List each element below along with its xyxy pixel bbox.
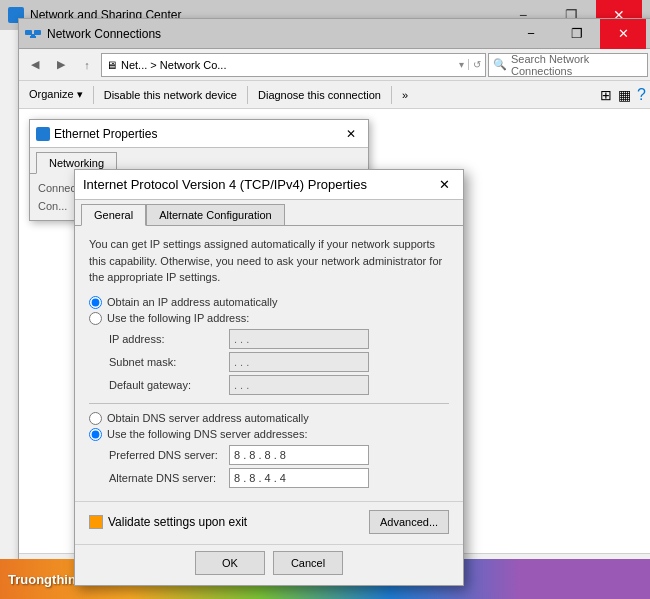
alternate-dns-row: Alternate DNS server: 8 . 8 . 4 . 4 [109,468,449,488]
manual-dns-label: Use the following DNS server addresses: [107,428,308,440]
manual-dns-row: Use the following DNS server addresses: [89,428,449,441]
eth-close-button[interactable]: ✕ [340,123,362,145]
default-gateway-value: . . . [234,379,249,391]
address-bar[interactable]: 🖥 Net... > Network Co... ▾ ↺ [101,53,486,77]
validate-label: Validate settings upon exit [108,515,247,529]
ip-address-input[interactable]: . . . [229,329,369,349]
manual-dns-radio[interactable] [89,428,102,441]
default-gateway-input[interactable]: . . . [229,375,369,395]
auto-ip-radio[interactable] [89,296,102,309]
nc-titlebar-buttons: − ❐ ✕ [508,19,646,49]
nc-close-button[interactable]: ✕ [600,19,646,49]
alternate-dns-input[interactable]: 8 . 8 . 4 . 4 [229,468,369,488]
ipv4-titlebar: Internet Protocol Version 4 (TCP/IPv4) P… [75,170,463,200]
ipv4-tab-general[interactable]: General [81,204,146,226]
alternate-dns-label: Alternate DNS server: [109,472,229,484]
dns-radio-group: Obtain DNS server address automatically … [89,412,449,441]
ok-button[interactable]: OK [195,551,265,575]
svg-rect-0 [25,30,32,35]
nc-window-icon [25,26,41,42]
cancel-button[interactable]: Cancel [273,551,343,575]
toolbar-organize[interactable]: Organize ▾ [23,86,89,103]
ip-fields-group: IP address: . . . Subnet mask: . . . Def… [109,329,449,395]
toolbar-more[interactable]: » [396,87,414,103]
nc-toolbar: Organize ▾ Disable this network device D… [19,81,650,109]
dns-fields-group: Preferred DNS server: 8 . 8 . 8 . 8 Alte… [109,445,449,488]
toolbar-separator-3 [391,86,392,104]
manual-ip-row: Use the following IP address: [89,312,449,325]
ipv4-tab-alternate[interactable]: Alternate Configuration [146,204,285,225]
auto-dns-row: Obtain DNS server address automatically [89,412,449,425]
nav-up-button[interactable]: ↑ [75,53,99,77]
nc-window: Network Connections − ❐ ✕ ◀ ▶ ↑ 🖥 Net...… [18,18,650,578]
nc-minimize-button[interactable]: − [508,19,554,49]
ipv4-tabs: General Alternate Configuration [75,200,463,226]
nc-titlebar: Network Connections − ❐ ✕ [19,19,650,49]
search-box[interactable]: 🔍 Search Network Connections [488,53,648,77]
eth-titlebar: Ethernet Properties ✕ [30,120,368,148]
divider [89,403,449,404]
toolbar-separator-1 [93,86,94,104]
search-placeholder: Search Network Connections [511,53,643,77]
validate-row: Validate settings upon exit [89,515,247,529]
ipv4-close-button[interactable]: ✕ [433,174,455,196]
help-icon[interactable]: ? [635,84,648,106]
ip-address-value: . . . [234,333,249,345]
search-icon: 🔍 [493,58,507,71]
default-gateway-row: Default gateway: . . . [109,375,449,395]
eth-icon [36,127,50,141]
preferred-dns-label: Preferred DNS server: [109,449,229,461]
auto-dns-radio[interactable] [89,412,102,425]
nc-content: Ethernet Properties ✕ Networking Connect… [19,109,650,553]
nc-restore-button[interactable]: ❐ [554,19,600,49]
validate-checkbox[interactable] [89,515,103,529]
address-dropdown-icon[interactable]: ▾ [459,59,464,70]
preferred-dns-input[interactable]: 8 . 8 . 8 . 8 [229,445,369,465]
eth-titlebar-title: Ethernet Properties [54,127,336,141]
toolbar-diagnose[interactable]: Diagnose this connection [252,87,387,103]
view-large-icon[interactable]: ⊞ [598,85,614,105]
address-icon: 🖥 [106,59,117,71]
toolbar-view-icons: ⊞ ▦ ? [598,84,648,106]
refresh-icon[interactable]: ↺ [468,59,481,70]
ok-cancel-row: OK Cancel [75,544,463,585]
ip-address-label: IP address: [109,333,229,345]
manual-ip-radio[interactable] [89,312,102,325]
address-path-text: Net... > Network Co... [121,59,226,71]
auto-dns-label: Obtain DNS server address automatically [107,412,309,424]
nc-titlebar-title: Network Connections [47,27,502,41]
nav-forward-button[interactable]: ▶ [49,53,73,77]
svg-rect-2 [31,34,35,36]
ip-address-row: IP address: . . . [109,329,449,349]
svg-rect-3 [30,36,36,38]
ip-radio-group: Obtain an IP address automatically Use t… [89,296,449,325]
svg-rect-1 [34,30,41,35]
auto-ip-label: Obtain an IP address automatically [107,296,277,308]
preferred-dns-row: Preferred DNS server: 8 . 8 . 8 . 8 [109,445,449,465]
ipv4-footer: Validate settings upon exit Advanced... [75,501,463,544]
subnet-mask-label: Subnet mask: [109,356,229,368]
nav-back-button[interactable]: ◀ [23,53,47,77]
nc-addressbar: ◀ ▶ ↑ 🖥 Net... > Network Co... ▾ ↺ 🔍 Sea… [19,49,650,81]
subnet-mask-row: Subnet mask: . . . [109,352,449,372]
ipv4-titlebar-title: Internet Protocol Version 4 (TCP/IPv4) P… [83,177,427,192]
subnet-mask-input[interactable]: . . . [229,352,369,372]
toolbar-separator-2 [247,86,248,104]
auto-ip-row: Obtain an IP address automatically [89,296,449,309]
ipv4-body: You can get IP settings assigned automat… [75,226,463,501]
view-small-icon[interactable]: ▦ [616,85,633,105]
ipv4-properties-dialog: Internet Protocol Version 4 (TCP/IPv4) P… [74,169,464,586]
subnet-mask-value: . . . [234,356,249,368]
toolbar-disable[interactable]: Disable this network device [98,87,243,103]
advanced-button[interactable]: Advanced... [369,510,449,534]
ipv4-description: You can get IP settings assigned automat… [89,236,449,286]
default-gateway-label: Default gateway: [109,379,229,391]
preferred-dns-value: 8 . 8 . 8 . 8 [234,449,286,461]
alternate-dns-value: 8 . 8 . 4 . 4 [234,472,286,484]
manual-ip-label: Use the following IP address: [107,312,249,324]
